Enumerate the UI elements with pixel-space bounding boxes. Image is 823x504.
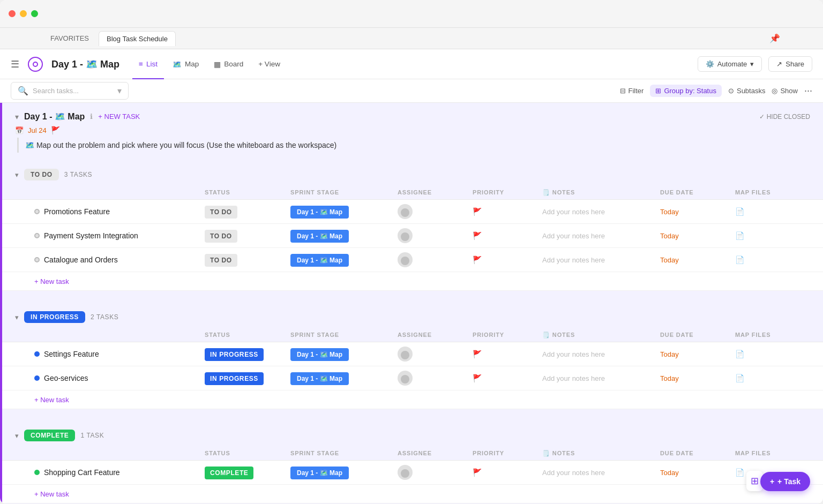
task-name: Geo-services: [34, 374, 205, 382]
priority-flag: 🚩: [473, 374, 482, 382]
task-row[interactable]: Settings Feature IN PROGRESS Day 1 - 🗺️ …: [2, 342, 823, 366]
col-notes-1: 🗒️ NOTES: [542, 332, 660, 338]
menu-icon[interactable]: ☰: [11, 58, 19, 70]
header: ☰ Day 1 - 🗺️ Map ≡ List 🗺️ Map ▦ Board +…: [0, 49, 823, 79]
new-task-link[interactable]: + New task: [34, 490, 69, 498]
group-inprogress-collapse[interactable]: ▾: [15, 313, 19, 321]
tab-bar: FAVORITES Blog Task Schedule 📌: [0, 28, 823, 49]
task-name: Shopping Cart Feature: [34, 468, 205, 477]
task-row[interactable]: Geo-services IN PROGRESS Day 1 - 🗺️ Map …: [2, 366, 823, 390]
inprogress-col-headers: STATUS SPRINT STAGE ASSIGNEE PRIORITY 🗒️…: [2, 328, 823, 342]
group-inprogress: ▾ IN PROGRESS 2 TASKS STATUS SPRINT STAG…: [2, 306, 823, 409]
notes-text: Add your notes here: [542, 374, 605, 382]
tab-board[interactable]: ▦ Board: [207, 57, 250, 72]
project-header: ▾ Day 1 - 🗺️ Map ℹ + NEW TASK ✓ HIDE CLO…: [2, 103, 823, 157]
flag-icon: 🚩: [51, 126, 60, 134]
add-task-fab[interactable]: + + Task: [760, 472, 810, 491]
share-icon: ↗: [776, 60, 782, 68]
tab-map[interactable]: 🗺️ Map: [166, 57, 205, 72]
filter-button[interactable]: ⊟ Filter: [620, 87, 644, 95]
new-task-row: + New task: [2, 272, 823, 291]
search-placeholder: Search tasks...: [33, 87, 113, 95]
due-date: Today: [660, 256, 679, 264]
project-icon: [28, 57, 43, 72]
group-todo-badge: TO DO: [24, 169, 59, 180]
col-notes-2: 🗒️ NOTES: [542, 450, 660, 457]
collapse-button[interactable]: ▾: [15, 112, 19, 121]
col-priority-1: PRIORITY: [473, 332, 542, 338]
search-chevron: ▾: [117, 86, 122, 96]
close-button[interactable]: [9, 10, 16, 17]
new-task-button[interactable]: + NEW TASK: [98, 112, 140, 121]
title-bar: [0, 0, 823, 28]
col-sprint-0: SPRINT STAGE: [290, 189, 398, 196]
status-badge: TO DO: [205, 206, 237, 219]
more-options-button[interactable]: ···: [804, 85, 812, 96]
map-files-icon[interactable]: 📄: [735, 468, 744, 477]
group-complete-badge: COMPLETE: [24, 430, 75, 441]
new-task-link[interactable]: + New task: [34, 396, 69, 404]
project-description: 🗺️ Map out the problem and pick where yo…: [17, 138, 810, 153]
group-todo-header[interactable]: ▾ TO DO 3 TASKS: [2, 163, 823, 186]
notes-text: Add your notes here: [542, 256, 605, 264]
task-row[interactable]: Promotions Feature TO DO Day 1 - 🗺️ Map …: [2, 200, 823, 224]
col-duedate-0: DUE DATE: [660, 189, 735, 196]
maximize-button[interactable]: [31, 10, 38, 17]
subtasks-button[interactable]: ⊙ Subtasks: [728, 87, 765, 95]
col-mapfiles-1: MAP FILES: [735, 332, 810, 338]
map-files-icon[interactable]: 📄: [735, 255, 744, 264]
task-row[interactable]: Payment System Integration TO DO Day 1 -…: [2, 224, 823, 248]
show-button[interactable]: ◎ Show: [772, 87, 798, 95]
tab-favorites[interactable]: FAVORITES: [43, 31, 96, 46]
tab-blog-task-schedule[interactable]: Blog Task Schedule: [99, 31, 176, 46]
group-todo-count: 3 TASKS: [64, 171, 92, 178]
map-files-icon[interactable]: 📄: [735, 350, 744, 358]
group-complete-header[interactable]: ▾ COMPLETE 1 TASK: [2, 424, 823, 447]
hide-closed-button[interactable]: ✓ HIDE CLOSED: [759, 113, 810, 121]
tab-list[interactable]: ≡ List: [132, 57, 164, 72]
status-badge: TO DO: [205, 254, 237, 267]
group-complete-count: 1 TASK: [80, 432, 104, 439]
map-files-icon[interactable]: 📄: [735, 231, 744, 240]
new-task-link[interactable]: + New task: [34, 277, 69, 285]
automate-chevron: ▾: [750, 60, 754, 68]
map-files-icon[interactable]: 📄: [735, 207, 744, 216]
col-sprint-1: SPRINT STAGE: [290, 332, 398, 338]
task-row[interactable]: Catalogue and Orders TO DO Day 1 - 🗺️ Ma…: [2, 248, 823, 272]
avatar: [398, 347, 413, 362]
group-todo-collapse[interactable]: ▾: [15, 171, 19, 179]
task-dot: [34, 470, 40, 475]
nav-tabs: ≡ List 🗺️ Map ▦ Board + View: [132, 57, 287, 72]
status-badge: IN PROGRESS: [205, 348, 264, 361]
search-box[interactable]: 🔍 Search tasks... ▾: [11, 82, 129, 100]
group-by-button[interactable]: ⊞ Group by: Status: [650, 85, 722, 97]
priority-flag: 🚩: [473, 231, 482, 240]
automate-button[interactable]: ⚙️ Automate ▾: [698, 56, 762, 72]
group-inprogress-header[interactable]: ▾ IN PROGRESS 2 TASKS: [2, 306, 823, 328]
priority-flag: 🚩: [473, 255, 482, 264]
col-sprint-2: SPRINT STAGE: [290, 450, 398, 457]
col-duedate-2: DUE DATE: [660, 450, 735, 457]
project-title-row: ▾ Day 1 - 🗺️ Map ℹ + NEW TASK ✓ HIDE CLO…: [15, 111, 810, 122]
minimize-button[interactable]: [20, 10, 27, 17]
task-dot: [34, 209, 40, 214]
map-files-icon[interactable]: 📄: [735, 374, 744, 382]
notes-text: Add your notes here: [542, 208, 605, 216]
avatar: [398, 228, 413, 243]
info-icon[interactable]: ℹ: [90, 112, 93, 121]
page-title: Day 1 - 🗺️ Map: [51, 58, 119, 70]
group-complete-collapse[interactable]: ▾: [15, 432, 19, 440]
col-assignee-2: ASSIGNEE: [398, 450, 473, 457]
due-date: Today: [660, 208, 679, 216]
col-priority-2: PRIORITY: [473, 450, 542, 457]
new-task-row: + New task: [2, 485, 823, 503]
tab-add-view[interactable]: + View: [252, 57, 287, 72]
task-row[interactable]: Shopping Cart Feature COMPLETE Day 1 - 🗺…: [2, 461, 823, 485]
col-assignee-0: ASSIGNEE: [398, 189, 473, 196]
sprint-badge: Day 1 - 🗺️ Map: [290, 230, 349, 243]
toolbar-right: ⊟ Filter ⊞ Group by: Status ⊙ Subtasks ◎…: [620, 85, 812, 97]
share-button[interactable]: ↗ Share: [768, 56, 812, 72]
col-status-0: STATUS: [205, 189, 290, 196]
filter-icon: ⊟: [620, 87, 626, 95]
project-name: Day 1 - 🗺️ Map: [24, 111, 85, 122]
